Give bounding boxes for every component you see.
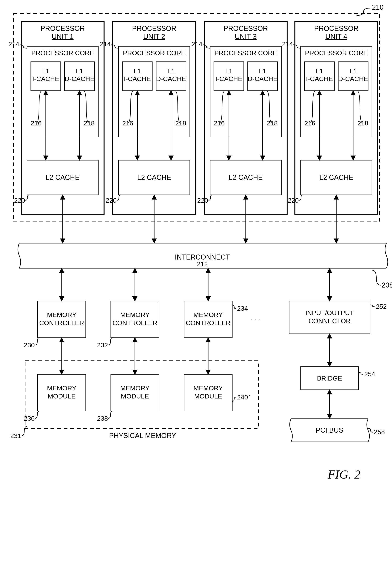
- mem-label: MEMORY: [47, 384, 76, 392]
- dcache-label: D-CACHE: [248, 75, 278, 82]
- pci-label: PCI BUS: [316, 426, 343, 434]
- proc-core-title: PROCESSOR CORE: [123, 49, 186, 57]
- icache-label: I-CACHE: [124, 75, 151, 82]
- ref-214: 214: [191, 40, 202, 48]
- l1-label: L1: [350, 67, 357, 75]
- proc-unit-num: UNIT 3: [235, 33, 256, 41]
- l2-label: L2 CACHE: [229, 174, 263, 181]
- l2-label: L2 CACHE: [137, 174, 171, 181]
- leader-252: [370, 305, 375, 307]
- proc-core-title: PROCESSOR CORE: [305, 49, 368, 57]
- proc-unit-title: PROCESSOR: [314, 25, 358, 32]
- leader-236: [35, 411, 40, 418]
- leader-230: [35, 338, 40, 345]
- ref-212: 212: [197, 260, 208, 268]
- l1-label: L1: [168, 67, 175, 75]
- l1-label: L1: [42, 67, 50, 75]
- icache-label: I-CACHE: [306, 75, 333, 82]
- ref-230: 230: [24, 341, 35, 349]
- connector-label: CONNECTOR: [308, 317, 351, 325]
- ref-252: 252: [376, 303, 387, 310]
- mem-label: MEMORY: [47, 311, 76, 318]
- controller-label: CONTROLLER: [39, 319, 84, 327]
- physmem-label: PHYSICAL MEMORY: [109, 432, 176, 440]
- mem-label: MEMORY: [194, 311, 223, 318]
- proc-unit-num: UNIT 2: [143, 33, 165, 41]
- ref-231: 231: [10, 432, 21, 439]
- l1-label: L1: [76, 67, 83, 75]
- module-label: MODULE: [121, 392, 149, 400]
- dots-mc: . . .: [251, 314, 260, 322]
- proc-unit-title: PROCESSOR: [224, 25, 268, 32]
- l2-label: L2 CACHE: [319, 174, 353, 181]
- proc-unit-title: PROCESSOR: [132, 25, 176, 32]
- leader-208: [372, 270, 381, 285]
- ref-234: 234: [237, 305, 248, 312]
- bridge-label: BRIDGE: [317, 374, 342, 382]
- proc-unit-num: UNIT 1: [52, 33, 73, 41]
- ref-238: 238: [97, 415, 108, 422]
- ref-254: 254: [364, 370, 375, 378]
- ref-232: 232: [97, 341, 108, 349]
- l1-label: L1: [316, 67, 323, 75]
- ref-210: 210: [372, 3, 383, 11]
- mem-label: MEMORY: [194, 384, 223, 392]
- proc-unit-title: PROCESSOR: [41, 25, 85, 32]
- icache-label: I-CACHE: [32, 75, 59, 82]
- controller-label: CONTROLLER: [112, 319, 157, 327]
- proc-core-title: PROCESSOR CORE: [214, 49, 277, 57]
- dcache-label: D-CACHE: [338, 75, 368, 82]
- ref-220: 220: [14, 197, 25, 204]
- ioconn-label: INPUT/OUTPUT: [305, 309, 354, 316]
- ref-214: 214: [8, 40, 19, 48]
- leader-240: [232, 397, 236, 401]
- interconnect-label: INTERCONNECT: [175, 253, 230, 261]
- ref-208: 208: [382, 281, 392, 289]
- ref-258: 258: [374, 428, 385, 435]
- mem-label: MEMORY: [120, 311, 150, 318]
- ref-214: 214: [100, 40, 111, 48]
- l1-label: L1: [134, 67, 141, 75]
- dcache-label: D-CACHE: [65, 75, 94, 82]
- ref-220: 220: [288, 197, 299, 204]
- ref-214: 214: [282, 40, 293, 48]
- leader-234: [232, 305, 236, 309]
- l2-label: L2 CACHE: [46, 174, 80, 181]
- leader-231: [22, 426, 27, 436]
- leader-232: [108, 338, 113, 345]
- leader-254: [358, 372, 363, 374]
- dcache-label: D-CACHE: [156, 75, 186, 82]
- figure-label: FIG. 2: [327, 468, 361, 481]
- proc-unit-num: UNIT 4: [325, 33, 347, 41]
- ref-220: 220: [106, 197, 117, 204]
- dots-mm: . . .: [241, 389, 251, 397]
- proc-core-title: PROCESSOR CORE: [31, 49, 94, 57]
- mem-label: MEMORY: [120, 384, 150, 392]
- icache-label: I-CACHE: [215, 75, 242, 82]
- leader-238: [108, 411, 113, 418]
- leader-210: [357, 8, 370, 15]
- l1-label: L1: [225, 67, 233, 75]
- controller-label: CONTROLLER: [186, 319, 230, 327]
- module-label: MODULE: [194, 392, 222, 400]
- ref-220: 220: [197, 197, 208, 204]
- ref-236: 236: [24, 415, 35, 422]
- module-label: MODULE: [48, 392, 76, 400]
- l1-label: L1: [259, 67, 266, 75]
